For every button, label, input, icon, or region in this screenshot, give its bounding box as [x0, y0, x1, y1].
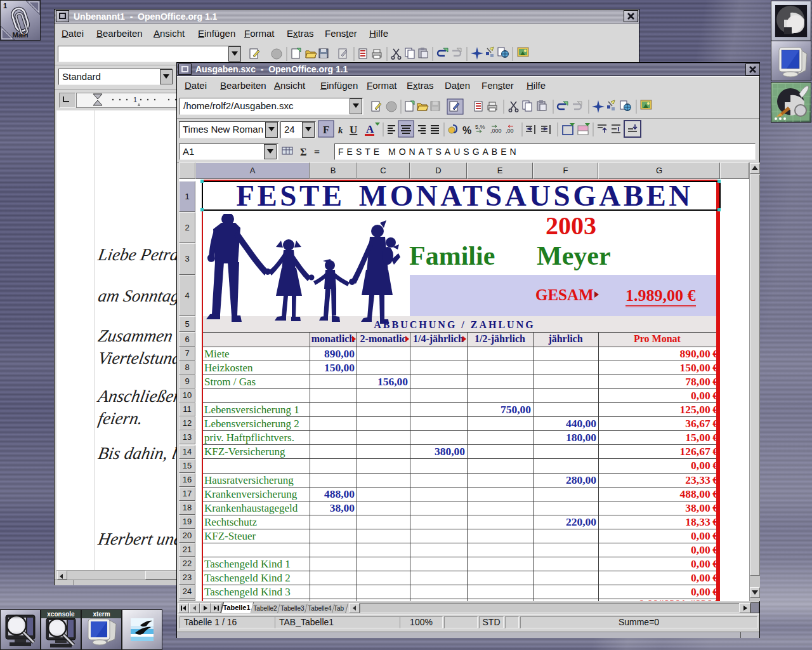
svg-text:Σ: Σ	[300, 147, 306, 157]
svg-text:=: =	[314, 147, 320, 157]
svg-text:5,%: 5,%	[475, 124, 485, 130]
svg-text:U: U	[350, 124, 357, 136]
svg-text:A: A	[366, 123, 374, 135]
svg-text:,00: ,00	[506, 128, 514, 134]
svg-text:1: 1	[133, 96, 137, 103]
svg-text:%: %	[462, 125, 471, 136]
svg-text:Main: Main	[12, 31, 28, 39]
svg-text:F: F	[323, 124, 329, 136]
svg-text:1: 1	[3, 2, 7, 10]
svg-text:,000: ,000	[490, 128, 502, 134]
svg-text:k: k	[338, 125, 343, 135]
